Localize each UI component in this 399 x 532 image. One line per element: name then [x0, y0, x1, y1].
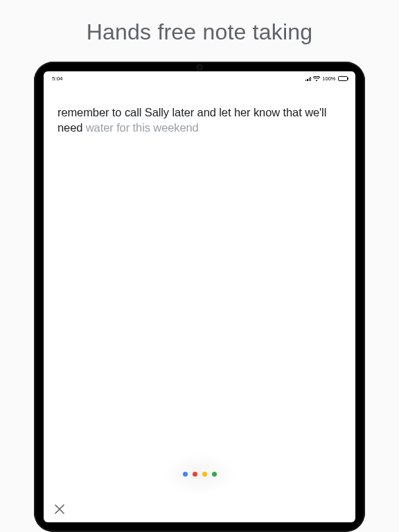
- close-button[interactable]: [52, 502, 67, 517]
- assistant-dot-blue-icon: [183, 472, 188, 477]
- assistant-dot-yellow-icon: [202, 472, 207, 477]
- front-camera-icon: [197, 65, 202, 70]
- battery-icon: [338, 76, 349, 81]
- device-screen: 5:04 100% remember to call Sally later a…: [44, 71, 355, 522]
- assistant-dot-green-icon: [212, 472, 217, 477]
- promo-headline: Hands free note taking: [87, 19, 312, 45]
- cell-signal-icon: [305, 76, 311, 81]
- status-indicators: 100%: [305, 76, 348, 82]
- battery-percent: 100%: [322, 76, 335, 82]
- close-icon: [55, 504, 64, 514]
- dictation-pending: water for this weekend: [86, 121, 199, 134]
- assistant-dot-red-icon: [193, 472, 197, 477]
- bottom-toolbar: [44, 496, 355, 522]
- status-time: 5:04: [52, 76, 63, 82]
- status-bar: 5:04 100%: [44, 71, 355, 84]
- tablet-frame: 5:04 100% remember to call Sally later a…: [34, 62, 365, 532]
- dictation-text: remember to call Sally later and let her…: [57, 105, 342, 136]
- voice-input-button[interactable]: [168, 459, 231, 489]
- wifi-icon: [313, 76, 320, 82]
